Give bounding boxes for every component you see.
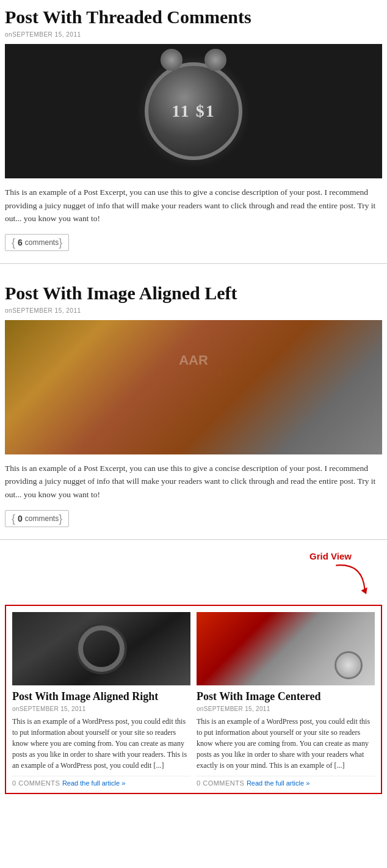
grid-item-comments-2: 0 COMMENTS: [197, 779, 247, 787]
post-excerpt-1: This is an example of a Post Excerpt, yo…: [5, 186, 382, 225]
post-excerpt-2: This is an example of a Post Excerpt, yo…: [5, 462, 382, 501]
grid-item-readmore-2[interactable]: Read the full article »: [247, 779, 309, 787]
post-date-2: onSEPTEMBER 15, 2011: [5, 307, 382, 314]
post-date-1: onSEPTEMBER 15, 2011: [5, 31, 382, 38]
post-title-1[interactable]: Post With Threaded Comments: [5, 6, 382, 28]
post-threaded-comments: Post With Threaded Comments onSEPTEMBER …: [0, 0, 387, 264]
grid-item-aligned-right: Post With Image Aligned Right onSEPTEMBE…: [12, 612, 190, 787]
grid-item-date-1: onSEPTEMBER 15, 2011: [12, 706, 190, 712]
grid-item-footer-2: 0 COMMENTS Read the full article »: [197, 776, 375, 787]
post-image-2: [5, 320, 382, 454]
comments-badge-1[interactable]: { 6 comments }: [5, 234, 69, 251]
post-image-aligned-left: Post With Image Aligned Left onSEPTEMBER…: [0, 276, 387, 540]
grid-image-1: [12, 612, 190, 685]
grid-item-title-1[interactable]: Post With Image Aligned Right: [12, 690, 190, 704]
post-image-1: 11 $1: [5, 44, 382, 178]
grid-item-footer-1: 0 COMMENTS Read the full article »: [12, 776, 190, 787]
grid-item-date-2: onSEPTEMBER 15, 2011: [197, 706, 375, 712]
comments-count-1: 6: [18, 238, 23, 247]
grid-item-centered: Post With Image Centered onSEPTEMBER 15,…: [197, 612, 375, 787]
comments-label-1: comments: [25, 238, 59, 247]
grid-item-comments-1: 0 COMMENTS: [12, 779, 62, 787]
grid-item-text-1: This is an example of a WordPress post, …: [12, 716, 190, 771]
comments-count-2: 0: [18, 514, 23, 523]
grid-row: Post With Image Aligned Right onSEPTEMBE…: [12, 612, 375, 787]
grid-item-text-2: This is an example of a WordPress post, …: [197, 716, 375, 771]
grid-image-2: [197, 612, 375, 685]
grid-arrow-icon: [327, 560, 376, 597]
comments-badge-2[interactable]: { 0 comments }: [5, 510, 69, 527]
grid-item-readmore-1[interactable]: Read the full article »: [62, 779, 125, 787]
grid-border: Post With Image Aligned Right onSEPTEMBE…: [5, 605, 382, 795]
post-title-2[interactable]: Post With Image Aligned Left: [5, 282, 382, 304]
grid-item-title-2[interactable]: Post With Image Centered: [197, 690, 375, 704]
comments-label-2: comments: [25, 514, 59, 523]
grid-view-section: Grid View Post With Image Aligned Right …: [0, 552, 387, 795]
